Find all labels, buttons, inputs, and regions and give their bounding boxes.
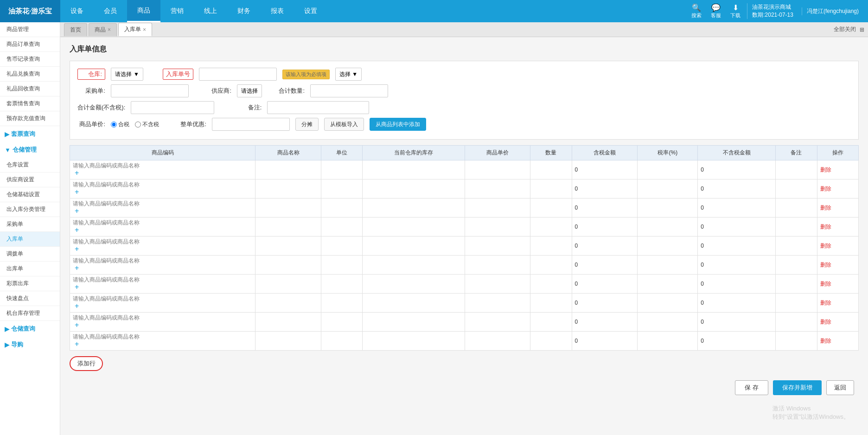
cell-action-0[interactable]: 删除: [817, 160, 858, 179]
add-product-btn-4[interactable]: +: [73, 245, 81, 253]
split-btn[interactable]: 分摊: [295, 118, 319, 131]
service-tool[interactable]: 💬 客服: [708, 3, 724, 19]
cell-action-1[interactable]: 删除: [817, 179, 858, 198]
delete-btn-6[interactable]: 删除: [820, 281, 831, 287]
cell-action-9[interactable]: 删除: [817, 332, 858, 351]
cell-code-6[interactable]: +: [70, 275, 255, 294]
warehouse-select[interactable]: 请选择 ▼: [111, 68, 143, 81]
delete-btn-1[interactable]: 删除: [820, 186, 831, 192]
sidebar-item-machine-inventory[interactable]: 机台库存管理: [0, 306, 60, 321]
save-button[interactable]: 保 存: [735, 380, 768, 395]
user-info[interactable]: 冯楚江(fengchujiang): [802, 7, 863, 15]
tab-inbound[interactable]: 入库单 ×: [118, 23, 152, 36]
code-input-2[interactable]: [73, 200, 252, 207]
sidebar-item-coin-record[interactable]: 售币记录查询: [0, 52, 60, 67]
cell-action-5[interactable]: 删除: [817, 256, 858, 275]
delete-btn-4[interactable]: 删除: [820, 243, 831, 249]
no-tax-radio[interactable]: [135, 122, 141, 128]
sidebar-group-ticket-query[interactable]: ▶ 套票查询: [0, 126, 60, 142]
sidebar-group-guide[interactable]: ▶ 导购: [0, 337, 60, 352]
add-product-btn-8[interactable]: +: [73, 321, 81, 329]
code-input-6[interactable]: [73, 276, 252, 283]
code-input-4[interactable]: [73, 238, 252, 245]
sidebar-item-outbound-order[interactable]: 出库单: [0, 262, 60, 276]
code-input-9[interactable]: [73, 333, 252, 340]
sidebar-group-warehouse-query[interactable]: ▶ 仓储查询: [0, 321, 60, 337]
code-input-7[interactable]: [73, 295, 252, 302]
delete-btn-9[interactable]: 删除: [820, 338, 831, 344]
code-input-1[interactable]: [73, 181, 252, 188]
sidebar-item-product-mgmt[interactable]: 商品管理: [0, 22, 60, 37]
add-product-btn-3[interactable]: +: [73, 226, 81, 234]
template-import-btn[interactable]: 从模板导入: [324, 118, 364, 131]
close-all-btn[interactable]: 全部关闭: [834, 26, 856, 33]
no-tax-radio-label[interactable]: 不含税: [135, 121, 159, 128]
tab-inbound-close[interactable]: ×: [143, 26, 146, 33]
sidebar-item-transfer-order[interactable]: 调拨单: [0, 247, 60, 262]
sidebar-item-warehouse-settings[interactable]: 仓库设置: [0, 158, 60, 173]
cell-code-4[interactable]: +: [70, 237, 255, 256]
nav-item-members[interactable]: 会员: [94, 0, 127, 22]
cell-code-9[interactable]: +: [70, 332, 255, 351]
cell-action-4[interactable]: 删除: [817, 237, 858, 256]
cell-code-3[interactable]: +: [70, 218, 255, 237]
nav-item-products[interactable]: 商品: [127, 0, 160, 22]
cell-code-2[interactable]: +: [70, 198, 255, 218]
total-amount-input[interactable]: [131, 101, 214, 114]
cell-action-6[interactable]: 删除: [817, 275, 858, 294]
code-input-3[interactable]: [73, 219, 252, 226]
delete-btn-3[interactable]: 删除: [820, 224, 831, 230]
product-list-btn[interactable]: 从商品列表中添加: [370, 118, 426, 131]
sidebar-item-inout-category[interactable]: 出入库分类管理: [0, 202, 60, 217]
tab-products[interactable]: 商品 ×: [89, 23, 117, 36]
add-product-btn-2[interactable]: +: [73, 207, 81, 215]
nav-item-settings[interactable]: 设置: [294, 0, 327, 22]
sidebar-item-gift-recycle[interactable]: 礼品回收查询: [0, 82, 60, 96]
nav-item-devices[interactable]: 设备: [60, 0, 94, 22]
add-product-btn-0[interactable]: +: [73, 169, 81, 177]
code-input-8[interactable]: [73, 314, 252, 321]
add-product-btn-1[interactable]: +: [73, 188, 81, 196]
order-no-input[interactable]: [199, 68, 277, 81]
cell-action-3[interactable]: 删除: [817, 218, 858, 237]
nav-item-reports[interactable]: 报表: [261, 0, 294, 22]
add-product-btn-6[interactable]: +: [73, 283, 81, 291]
add-product-btn-7[interactable]: +: [73, 302, 81, 310]
window-icon[interactable]: ⊞: [860, 26, 864, 33]
order-select-btn[interactable]: 选择 ▼: [335, 68, 362, 81]
delete-btn-8[interactable]: 删除: [820, 319, 831, 325]
cell-action-2[interactable]: 删除: [817, 198, 858, 218]
total-count-input[interactable]: [310, 84, 388, 97]
tax-radio-label[interactable]: 合税: [111, 121, 129, 128]
search-tool[interactable]: 🔍 搜索: [689, 3, 704, 19]
cell-code-5[interactable]: +: [70, 256, 255, 275]
download-tool[interactable]: ⬇ 下载: [728, 3, 743, 19]
delete-btn-0[interactable]: 删除: [820, 166, 831, 173]
nav-item-online[interactable]: 线上: [194, 0, 227, 22]
discount-input[interactable]: [212, 118, 290, 131]
sidebar-item-ticket-query[interactable]: 套票情售查询: [0, 96, 60, 111]
cell-action-7[interactable]: 删除: [817, 294, 858, 313]
cell-code-8[interactable]: +: [70, 313, 255, 332]
delete-btn-2[interactable]: 删除: [820, 205, 831, 211]
sidebar-item-order-query[interactable]: 商品订单查询: [0, 37, 60, 52]
sidebar-item-supplier-settings[interactable]: 供应商设置: [0, 173, 60, 187]
back-button[interactable]: 返回: [826, 380, 854, 395]
sidebar-item-inventory-check[interactable]: 快速盘点: [0, 291, 60, 306]
add-product-btn-5[interactable]: +: [73, 264, 81, 272]
remark-input[interactable]: [267, 101, 369, 114]
cell-code-1[interactable]: +: [70, 179, 255, 198]
nav-item-marketing[interactable]: 营销: [160, 0, 194, 22]
add-product-btn-9[interactable]: +: [73, 340, 81, 348]
sidebar-item-gift-exchange[interactable]: 礼品兑换查询: [0, 67, 60, 82]
delete-btn-7[interactable]: 删除: [820, 300, 831, 306]
cell-action-8[interactable]: 删除: [817, 313, 858, 332]
code-input-0[interactable]: [73, 162, 252, 169]
sidebar-group-warehouse[interactable]: ▼ 仓储管理: [0, 142, 60, 158]
tab-products-close[interactable]: ×: [108, 26, 111, 33]
code-input-5[interactable]: [73, 257, 252, 264]
add-row-button[interactable]: 添加行: [70, 356, 103, 371]
sidebar-item-inbound-order[interactable]: 入库单: [0, 232, 60, 247]
save-new-button[interactable]: 保存并新增: [773, 380, 822, 395]
supplier-select[interactable]: 请选择: [237, 84, 262, 97]
